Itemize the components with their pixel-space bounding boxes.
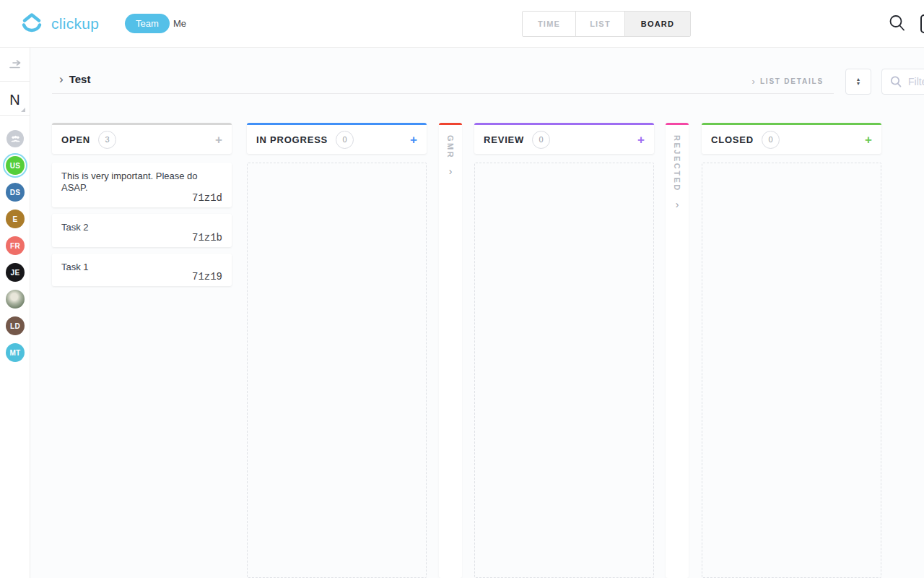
column-header: REVIEW 0 + [474, 123, 654, 154]
list-details-label: LIST DETAILS [760, 77, 824, 85]
tab-board[interactable]: BOARD [625, 12, 690, 36]
column-name: REVIEW [484, 134, 524, 145]
sort-down-icon: ▼ [856, 82, 861, 86]
clipped-toolbar-icon[interactable] [920, 14, 924, 33]
group-members-icon[interactable] [6, 130, 24, 147]
column-name: IN PROGRESS [256, 134, 328, 145]
sidebar-divider [0, 81, 30, 82]
left-sidebar: N US DS E FR JE LD MT [0, 48, 30, 578]
empty-drop-zone[interactable] [702, 163, 881, 578]
sidebar-toggle-icon[interactable] [0, 53, 30, 79]
add-task-button[interactable]: + [865, 134, 872, 146]
sort-button[interactable]: ▲ ▼ [845, 69, 871, 95]
workspace-avatar[interactable]: N [0, 85, 30, 114]
user-avatar[interactable]: JE [6, 263, 25, 282]
list-details-button[interactable]: › LIST DETAILS [752, 77, 824, 86]
search-icon [889, 75, 902, 88]
clickup-logo-text: clickup [51, 15, 99, 33]
user-avatar[interactable]: MT [6, 343, 25, 362]
card-list: This is very important. Please do ASAP. … [52, 163, 232, 286]
task-count-badge: 0 [532, 131, 550, 149]
column-name-vertical: GMR [446, 135, 455, 159]
column-review: REVIEW 0 + [474, 123, 654, 578]
empty-drop-zone[interactable] [474, 163, 654, 578]
column-in-progress: IN PROGRESS 0 + [247, 123, 427, 578]
tab-time[interactable]: TIME [523, 12, 576, 36]
top-bar: clickup Team Me TIME LIST BOARD [0, 0, 924, 48]
list-title: Test [69, 73, 91, 85]
task-count-badge: 0 [336, 131, 354, 149]
task-count-badge: 3 [98, 131, 116, 149]
chevron-right-icon: › [59, 73, 64, 85]
nav-me-button[interactable]: Me [173, 18, 186, 29]
column-name: OPEN [61, 134, 90, 145]
task-id: 71z1d [61, 192, 222, 204]
view-switcher: TIME LIST BOARD [522, 11, 691, 37]
add-task-button[interactable]: + [637, 134, 645, 146]
clickup-logo-icon [19, 11, 45, 37]
filter-search-box [881, 69, 924, 95]
column-accent-bar [666, 123, 689, 125]
tab-list[interactable]: LIST [576, 12, 625, 36]
task-count-badge: 0 [762, 131, 780, 149]
chevron-right-icon: › [752, 77, 755, 86]
user-avatar[interactable]: FR [6, 236, 25, 255]
clickup-logo[interactable]: clickup [19, 11, 99, 37]
user-avatar-photo[interactable] [6, 290, 25, 309]
column-header: CLOSED 0 + [702, 123, 881, 154]
board-header: › Test › LIST DETAILS [52, 48, 834, 94]
task-id: 71z1b [61, 232, 222, 243]
column-closed: CLOSED 0 + [702, 123, 881, 578]
add-task-button[interactable]: + [215, 134, 222, 146]
board-view: › Test › LIST DETAILS ▲ ▼ OPEN 3 + [30, 48, 924, 578]
workspace-initial: N [9, 92, 19, 108]
expand-column-icon[interactable]: › [666, 199, 689, 210]
task-card[interactable]: Task 2 71z1b [52, 214, 232, 247]
user-avatar[interactable]: US [6, 156, 25, 175]
column-name-vertical: REJECTED [673, 135, 681, 192]
task-card[interactable]: This is very important. Please do ASAP. … [52, 163, 232, 207]
task-id: 71z19 [61, 271, 222, 282]
column-open: OPEN 3 + This is very important. Please … [52, 123, 232, 578]
user-avatar[interactable]: E [6, 210, 25, 228]
workspace-dropdown-corner-icon [21, 108, 25, 112]
task-card[interactable]: Task 1 71z19 [52, 254, 232, 287]
task-title: This is very important. Please do ASAP. [61, 171, 222, 194]
column-header: OPEN 3 + [52, 123, 232, 154]
empty-drop-zone[interactable] [247, 163, 427, 578]
column-header: IN PROGRESS 0 + [247, 123, 427, 154]
column-name: CLOSED [711, 134, 754, 145]
column-accent-bar [439, 123, 462, 125]
column-gmr-collapsed[interactable]: GMR › [439, 123, 462, 578]
add-task-button[interactable]: + [410, 134, 417, 146]
column-rejected-collapsed[interactable]: REJECTED › [666, 123, 689, 578]
list-title-row[interactable]: › Test [59, 73, 90, 85]
filter-input[interactable] [908, 76, 924, 87]
expand-column-icon[interactable]: › [439, 165, 462, 177]
nav-team-button[interactable]: Team [125, 14, 170, 33]
user-avatar[interactable]: DS [6, 183, 25, 202]
search-icon[interactable] [887, 13, 907, 33]
sidebar-divider [0, 115, 30, 116]
user-avatar[interactable]: LD [6, 316, 25, 335]
